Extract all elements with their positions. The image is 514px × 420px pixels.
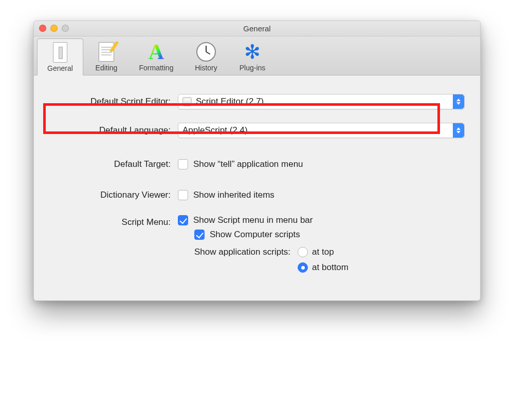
radio-label: at top bbox=[312, 247, 334, 257]
checkbox-tell-menu[interactable] bbox=[178, 159, 188, 169]
checkbox-inherited[interactable] bbox=[178, 190, 188, 200]
prefs-toolbar: General Editing A Formatting History ✻ P… bbox=[34, 36, 480, 75]
row-default-language: Default Language: AppleScript (2.4) bbox=[49, 120, 465, 141]
window-controls bbox=[39, 25, 69, 32]
chevron-updown-icon bbox=[453, 123, 464, 138]
tab-general[interactable]: General bbox=[37, 39, 83, 75]
checkbox-show-script-menu[interactable] bbox=[178, 215, 188, 225]
radio-at-bottom[interactable] bbox=[298, 262, 308, 273]
checkbox-label: Show “tell” application menu bbox=[193, 159, 303, 169]
label-dictionary-viewer: Dictionary Viewer: bbox=[49, 190, 178, 200]
label-app-scripts: Show application scripts: bbox=[194, 247, 290, 257]
checkbox-label: Show inherited items bbox=[193, 190, 274, 200]
popup-default-language[interactable]: AppleScript (2.4) bbox=[178, 123, 465, 138]
formatting-icon: A bbox=[149, 40, 164, 64]
tab-editing[interactable]: Editing bbox=[83, 39, 130, 75]
tab-plugins[interactable]: ✻ Plug-ins bbox=[229, 39, 276, 75]
row-default-target: Default Target: Show “tell” application … bbox=[49, 154, 465, 175]
checkbox-label: Show Script menu in menu bar bbox=[193, 215, 313, 225]
prefs-content: Default Script Editor: Script Editor (2.… bbox=[34, 75, 480, 300]
radio-at-top[interactable] bbox=[298, 247, 308, 257]
label-default-target: Default Target: bbox=[49, 159, 178, 169]
row-script-editor: Default Script Editor: Script Editor (2.… bbox=[49, 91, 465, 112]
tab-label: Editing bbox=[85, 64, 127, 72]
history-icon bbox=[196, 42, 216, 62]
popup-value: Script Editor (2.7) bbox=[196, 97, 264, 107]
tab-label: General bbox=[40, 64, 81, 72]
preferences-window: General General Editing A Formatting His… bbox=[33, 21, 481, 301]
tab-label: Plug-ins bbox=[231, 64, 273, 72]
minimize-icon[interactable] bbox=[50, 25, 58, 32]
editing-icon bbox=[99, 42, 114, 62]
scripteditor-appicon bbox=[182, 97, 192, 106]
label-default-language: Default Language: bbox=[49, 125, 178, 136]
label-script-menu: Script Menu: bbox=[49, 215, 178, 227]
chevron-updown-icon bbox=[453, 94, 464, 109]
general-icon bbox=[53, 42, 67, 63]
titlebar: General bbox=[34, 21, 480, 36]
popup-script-editor[interactable]: Script Editor (2.7) bbox=[178, 94, 465, 109]
row-dictionary-viewer: Dictionary Viewer: Show inherited items bbox=[49, 184, 465, 206]
tab-formatting[interactable]: A Formatting bbox=[130, 39, 183, 75]
tab-history[interactable]: History bbox=[183, 39, 229, 75]
close-icon[interactable] bbox=[39, 25, 46, 32]
window-title: General bbox=[243, 24, 270, 33]
zoom-icon[interactable] bbox=[62, 25, 69, 32]
row-script-menu: Script Menu: Show Script menu in menu ba… bbox=[49, 215, 465, 273]
radio-label: at bottom bbox=[312, 262, 348, 273]
tab-label: Formatting bbox=[132, 64, 181, 72]
popup-value: AppleScript (2.4) bbox=[182, 125, 248, 136]
plugins-icon: ✻ bbox=[244, 41, 261, 63]
tab-label: History bbox=[185, 64, 227, 72]
label-script-editor: Default Script Editor: bbox=[49, 97, 178, 107]
checkbox-label: Show Computer scripts bbox=[210, 230, 300, 240]
checkbox-show-computer-scripts[interactable] bbox=[194, 230, 205, 240]
